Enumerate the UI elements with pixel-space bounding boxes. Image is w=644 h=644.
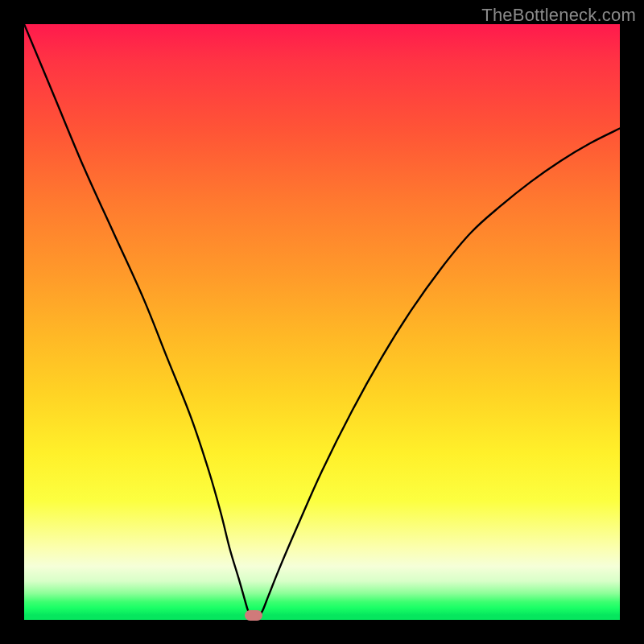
chart-frame: TheBottleneck.com xyxy=(0,0,644,644)
bottleneck-curve xyxy=(24,24,620,619)
baseline-band xyxy=(24,616,620,620)
curve-svg xyxy=(24,24,620,620)
plot-area xyxy=(24,24,620,620)
watermark-text: TheBottleneck.com xyxy=(481,5,636,26)
optimal-marker xyxy=(245,610,262,621)
